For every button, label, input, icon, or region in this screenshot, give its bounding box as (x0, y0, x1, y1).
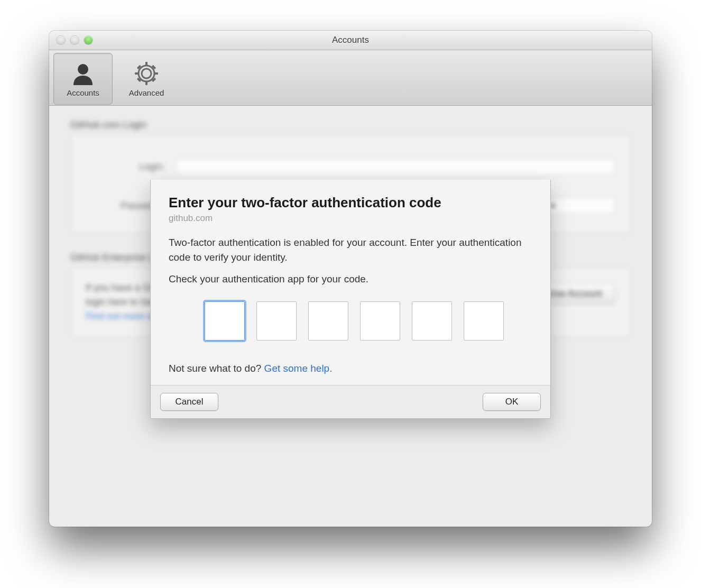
code-input-group (205, 301, 532, 341)
get-help-link[interactable]: Get some help. (264, 363, 333, 374)
zoom-window-button[interactable] (84, 36, 93, 44)
svg-rect-4 (145, 81, 147, 85)
person-icon (70, 61, 96, 86)
code-digit-5[interactable] (412, 301, 452, 341)
toolbar-item-accounts[interactable]: Accounts (53, 53, 113, 105)
code-digit-4[interactable] (360, 301, 400, 341)
dialog-paragraph: Two-factor authentication is enabled for… (169, 235, 532, 264)
close-window-button[interactable] (57, 36, 65, 44)
code-digit-1[interactable] (205, 301, 245, 341)
help-prefix: Not sure what to do? (169, 363, 264, 374)
svg-rect-6 (154, 72, 158, 75)
traffic-lights (57, 36, 93, 44)
toolbar-item-label: Accounts (67, 88, 99, 97)
content-area: GitHub.com Login Login: Password: ••••••… (49, 106, 652, 527)
preferences-window: Accounts Accounts (49, 31, 652, 527)
gear-icon (134, 61, 159, 86)
dialog-subtitle: github.com (169, 213, 532, 224)
svg-rect-5 (135, 72, 139, 75)
titlebar: Accounts (49, 31, 652, 50)
code-digit-6[interactable] (464, 301, 504, 341)
svg-point-0 (78, 64, 88, 75)
login-label: Login: (86, 161, 176, 172)
toolbar-item-label: Advanced (129, 88, 164, 97)
svg-point-1 (142, 69, 151, 78)
window-title: Accounts (332, 35, 369, 45)
svg-rect-3 (145, 62, 147, 66)
ok-button[interactable]: OK (483, 393, 541, 411)
github-section-heading: GitHub.com Login (70, 120, 631, 131)
minimize-window-button[interactable] (70, 36, 79, 44)
two-factor-dialog: Enter your two-factor authentication cod… (150, 180, 551, 419)
cancel-button[interactable]: Cancel (160, 393, 218, 411)
toolbar-item-advanced[interactable]: Advanced (117, 53, 176, 105)
login-input[interactable] (176, 158, 615, 176)
dialog-paragraph: Check your authentication app for your c… (169, 272, 532, 287)
code-digit-2[interactable] (256, 301, 297, 341)
help-row: Not sure what to do? Get some help. (169, 363, 532, 374)
dialog-title: Enter your two-factor authentication cod… (169, 195, 532, 211)
dialog-footer: Cancel OK (151, 385, 550, 418)
code-digit-3[interactable] (308, 301, 348, 341)
preferences-toolbar: Accounts (49, 50, 652, 106)
